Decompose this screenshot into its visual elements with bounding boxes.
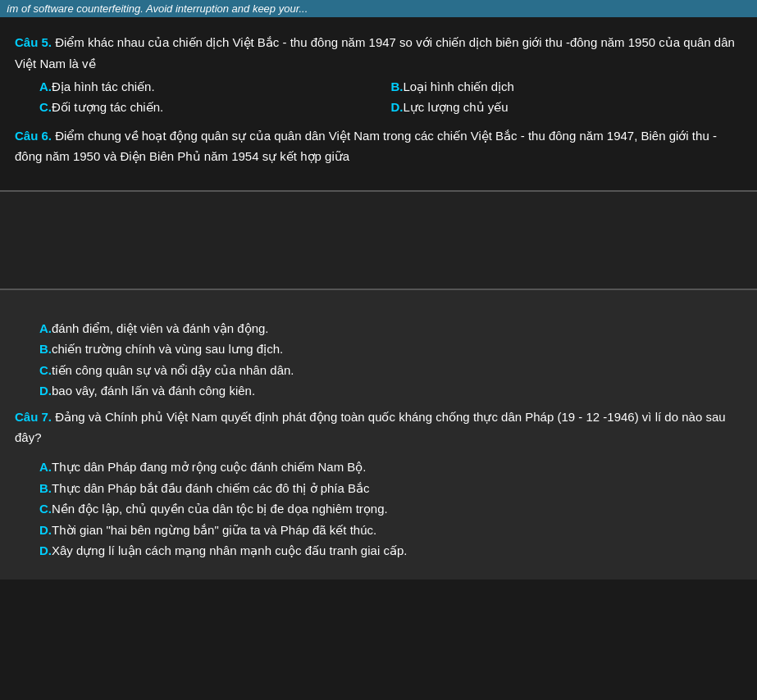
q7-ans-b: B.Thực dân Pháp bắt đầu đánh chiếm các đ…	[39, 478, 742, 499]
q6-ans-d: D.bao vây, đánh lấn và đánh công kiên.	[39, 380, 742, 402]
q5-option-c: C.Đối tượng tác chiến.	[39, 98, 391, 116]
q6-ans-c-text: tiến công quân sự và nổi dậy của nhân dâ…	[52, 363, 294, 377]
q7-ans-b-text: Thực dân Pháp bắt đầu đánh chiếm các đô …	[52, 481, 370, 495]
top-section: Câu 5. Điểm khác nhau của chiến dịch Việ…	[0, 24, 757, 192]
q7-ans-d1-text: Thời gian "hai bên ngừng bắn" giữa ta và…	[52, 523, 376, 537]
q5-opt-d-text: Lực lượng chủ yếu	[404, 100, 508, 114]
q7-intro: Câu 7. Đảng và Chính phủ Việt Nam quyết …	[15, 407, 742, 448]
q5-options: A.Địa hình tác chiến. B.Loại hình chiến …	[39, 77, 742, 117]
q5-opt-a-text: Địa hình tác chiến.	[52, 80, 155, 93]
q6-answers: A.đánh điểm, diệt viên và đánh vận động.…	[39, 318, 742, 402]
q7-ans-d2-label: D.	[39, 543, 52, 557]
q7-number: Câu 7.	[15, 410, 52, 424]
q7-ans-d2-text: Xây dựng lí luận cách mạng nhân mạnh cuộ…	[52, 543, 407, 557]
q6-ans-a: A.đánh điểm, diệt viên và đánh vận động.	[39, 318, 742, 339]
question-5-block: Câu 5. Điểm khác nhau của chiến dịch Việ…	[15, 32, 742, 117]
q7-ans-d1-label: D.	[39, 523, 52, 537]
q5-opt-d-label: D.	[391, 100, 404, 114]
q7-ans-b-label: B.	[39, 481, 52, 495]
q5-opt-b-text: Loại hình chiến dịch	[404, 80, 514, 93]
q6-ans-c: C.tiến công quân sự và nổi dậy của nhân …	[39, 360, 742, 381]
divider-area	[0, 192, 757, 290]
q6-ans-b-text: chiến trường chính và vùng sau lưng địch…	[52, 342, 283, 356]
q7-ans-a-label: A.	[39, 460, 52, 474]
q5-intro: Câu 5. Điểm khác nhau của chiến dịch Việ…	[15, 32, 742, 74]
q6-ans-a-text: đánh điểm, diệt viên và đánh vận động.	[52, 321, 269, 335]
q6-ans-c-label: C.	[39, 363, 52, 377]
q6-intro: Câu 6. Điểm chung về hoạt động quân sự c…	[15, 125, 742, 167]
q6-ans-a-label: A.	[39, 321, 52, 335]
q7-answers: A.Thực dân Pháp đang mở rộng cuộc đánh c…	[39, 457, 742, 561]
question-7-block: Câu 7. Đảng và Chính phủ Việt Nam quyết …	[15, 407, 742, 448]
top-bar: ím of software counterfeiting. Avoid int…	[0, 0, 757, 17]
q7-ans-d2: D.Xây dựng lí luận cách mạng nhân mạnh c…	[39, 540, 742, 561]
q7-ans-a-text: Thực dân Pháp đang mở rộng cuộc đánh chi…	[52, 460, 367, 474]
q5-opt-a-label: A.	[39, 80, 52, 93]
q5-opt-b-label: B.	[391, 80, 404, 93]
bottom-section: A.đánh điểm, diệt viên và đánh vận động.…	[0, 290, 757, 580]
q5-option-b: B.Loại hình chiến dịch	[391, 77, 743, 96]
top-bar-text: ím of software counterfeiting. Avoid int…	[7, 2, 308, 15]
q5-option-a: A.Địa hình tác chiến.	[39, 77, 391, 96]
question-6-block: Câu 6. Điểm chung về hoạt động quân sự c…	[15, 125, 742, 167]
q7-ans-c-label: C.	[39, 502, 52, 516]
q6-ans-b: B.chiến trường chính và vùng sau lưng đị…	[39, 339, 742, 360]
q6-ans-d-label: D.	[39, 384, 52, 398]
q5-number: Câu 5.	[15, 35, 52, 49]
q6-ans-d-text: bao vây, đánh lấn và đánh công kiên.	[52, 384, 255, 398]
q5-opt-c-text: Đối tượng tác chiến.	[52, 100, 163, 114]
q5-text: Điểm khác nhau của chiến dịch Việt Bắc -…	[15, 35, 735, 70]
q5-opt-c-label: C.	[39, 100, 52, 114]
q7-ans-d1: D.Thời gian "hai bên ngừng bắn" giữa ta …	[39, 520, 742, 541]
q6-number: Câu 6.	[15, 129, 52, 143]
q7-ans-c-text: Nền độc lập, chủ quyền của dân tộc bị đe…	[52, 502, 388, 516]
q7-text: Đảng và Chính phủ Việt Nam quyết định ph…	[15, 410, 726, 445]
q7-ans-c: C.Nền độc lập, chủ quyền của dân tộc bị …	[39, 498, 742, 520]
q6-text: Điểm chung về hoạt động quân sự của quân…	[15, 129, 717, 164]
q5-option-d: D.Lực lượng chủ yếu	[391, 98, 743, 116]
q7-ans-a: A.Thực dân Pháp đang mở rộng cuộc đánh c…	[39, 457, 742, 478]
q6-ans-b-label: B.	[39, 342, 52, 356]
